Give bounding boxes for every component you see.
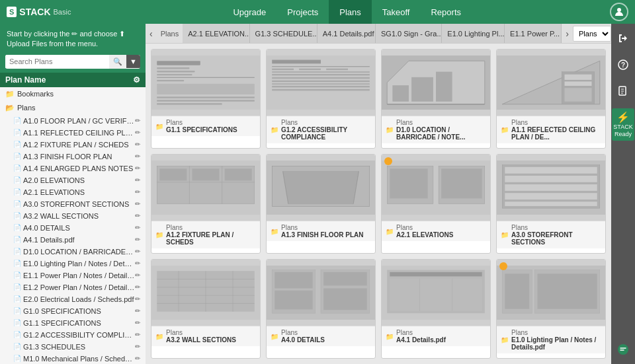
list-item[interactable]: 📄 G1.2 ACCESSIBILITY COMPLIANCE ✏ (0, 329, 146, 341)
chat-icon[interactable] (614, 340, 632, 359)
nav-projects[interactable]: Projects (276, 0, 329, 24)
search-options-button[interactable]: ▼ (126, 55, 140, 68)
plan-folder-9: Plans (281, 329, 325, 336)
list-item[interactable]: 📄 E1.1 Power Plan / Notes / Details.pdf … (0, 270, 146, 281)
edit-icon[interactable]: ✏ (135, 129, 140, 136)
tab-item-4[interactable]: E1.0 Lighting Pl... ✕ (442, 24, 505, 43)
edit-icon[interactable]: ✏ (135, 260, 140, 267)
list-item[interactable]: 📄 A2.1 ELEVATIONS ✏ (0, 186, 146, 198)
nav-takeoff[interactable]: Takeoff (372, 0, 421, 24)
edit-icon[interactable]: ✏ (135, 164, 140, 172)
doc-icon: 📄 (13, 164, 21, 172)
list-item[interactable]: 📄 G1.3 SCHEDULES ✏ (0, 341, 146, 353)
edit-icon[interactable]: ✏ (135, 331, 140, 338)
nav-upgrade[interactable]: Upgrade (222, 0, 276, 24)
edit-icon[interactable]: ✏ (135, 272, 140, 279)
plan-thumbnail-5 (267, 155, 375, 221)
list-item[interactable]: 📄 A1.3 FINISH FLOOR PLAN ✏ (0, 151, 146, 163)
edit-icon[interactable]: ✏ (135, 212, 140, 219)
list-item[interactable]: 📄 A2.0 ELEVATIONS ✏ (0, 174, 146, 186)
list-item[interactable]: 📄 A4.1 Details.pdf ✏ (0, 234, 146, 246)
list-item[interactable]: 📄 G1.1 SPECIFICATIONS ✏ (0, 317, 146, 329)
edit-icon[interactable]: ✏ (135, 283, 140, 291)
edit-icon[interactable]: ✏ (135, 176, 140, 184)
logout-icon[interactable] (614, 29, 632, 48)
edit-icon[interactable]: ✏ (135, 153, 140, 160)
folder-select[interactable]: Plans (573, 26, 611, 42)
plan-name-4: A1.2 FIXTURE PLAN / SCHEDS (166, 231, 256, 246)
list-item[interactable]: 📄 A3.0 STOREFRONT SECTIONS ✏ (0, 198, 146, 210)
list-item[interactable]: 📄 E1.2 Power Plan / Notes / Details.pdf … (0, 281, 146, 293)
main-layout: Start by clicking the ✏ and choose ⬆ Upl… (0, 24, 635, 364)
list-item[interactable]: 📄 E2.0 Electrical Loads / Scheds.pdf ✏ (0, 293, 146, 305)
tab-prev-button[interactable]: ‹ (146, 24, 157, 43)
list-item[interactable]: 📄 A1.4 ENLARGED PLANS NOTES ✏ (0, 163, 146, 174)
search-input[interactable] (5, 55, 109, 68)
plan-card-8[interactable]: 📁 Plans A3.2 WALL SECTIONS (151, 259, 261, 359)
plan-card-4[interactable]: 📁 Plans A1.2 FIXTURE PLAN / SCHEDS (151, 154, 261, 254)
user-avatar[interactable] (610, 3, 628, 21)
stack-ready-button[interactable]: ⚡ STACKReady (612, 108, 634, 141)
edit-icon[interactable]: ✏ (135, 200, 140, 207)
search-button[interactable]: 🔍 (109, 55, 126, 69)
plan-card-2[interactable]: 📁 Plans D1.0 LOCATION / BARRICADE / NOTE… (381, 49, 491, 149)
edit-icon[interactable]: ✏ (135, 248, 140, 255)
list-item[interactable]: 📄 G1.0 SPECIFICATIONS ✏ (0, 305, 146, 317)
document-icon[interactable] (614, 82, 632, 100)
list-item[interactable]: 📄 A1.2 FIXTURE PLAN / SCHEDS ✏ (0, 139, 146, 151)
plan-badge-6 (384, 157, 392, 165)
edit-icon[interactable]: ✏ (135, 188, 140, 196)
edit-icon[interactable]: ✏ (135, 343, 140, 350)
sidebar-plans-section[interactable]: 📂 Plans (0, 101, 146, 115)
plan-card-10[interactable]: 📁 Plans A4.1 Details.pdf (381, 259, 491, 359)
list-item[interactable]: 📄 A3.2 WALL SECTIONS ✏ (0, 210, 146, 222)
item-name: A2.1 ELEVATIONS (23, 188, 135, 196)
sidebar-settings-icon[interactable]: ⚙ (133, 75, 140, 85)
plan-card-9[interactable]: 📁 Plans A4.0 DETAILS (266, 259, 376, 359)
edit-icon[interactable]: ✏ (135, 224, 140, 231)
app-name: STACK (19, 7, 50, 17)
svg-rect-81 (390, 279, 482, 311)
nav-links: Upgrade Projects Plans Takeoff Reports (84, 0, 610, 24)
plan-card-1[interactable]: 📁 Plans G1.2 ACCESSIBILITY COMPLIANCE (266, 49, 376, 149)
item-name: A1.1 REFLECTED CEILING PLAN / DE... (23, 129, 135, 137)
tab-item-2[interactable]: A4.1 Details.pdf ✕ (318, 24, 376, 43)
nav-plans[interactable]: Plans (329, 0, 372, 24)
tab-item-3[interactable]: SG1.0 Sign - Gra... ✕ (376, 24, 442, 43)
edit-icon[interactable]: ✏ (135, 117, 140, 124)
svg-rect-22 (272, 84, 370, 85)
plan-info-5: 📁 Plans A1.3 FINISH FLOOR PLAN (267, 221, 375, 241)
edit-icon[interactable]: ✏ (135, 141, 140, 148)
item-name: G1.2 ACCESSIBILITY COMPLIANCE (23, 331, 135, 339)
edit-icon[interactable]: ✏ (135, 307, 140, 314)
plan-card-11[interactable]: 📁 Plans E1.0 Lighting Plan / Notes / Det… (496, 259, 606, 359)
list-item[interactable]: 📄 A1.1 REFLECTED CEILING PLAN / DE... ✏ (0, 127, 146, 139)
plan-card-3[interactable]: 📁 Plans A1.1 REFLECTED CEILING PLAN / DE… (496, 49, 606, 149)
tab-item-5[interactable]: E1.1 Power P... ✕ (505, 24, 562, 43)
right-panel: ? ⚡ STACKReady (611, 24, 635, 364)
plan-card-5[interactable]: 📁 Plans A1.3 FINISH FLOOR PLAN (266, 154, 376, 254)
list-item[interactable]: 📄 M1.0 Mechanical Plans / Scheds.pdf ✏ (0, 353, 146, 364)
tab-next-button[interactable]: › (562, 24, 573, 43)
list-item[interactable]: 📄 A1.0 FLOOR PLAN / GC VERIFIC. NOT... ✏ (0, 115, 146, 127)
svg-rect-29 (436, 72, 452, 102)
nav-reports[interactable]: Reports (420, 0, 472, 24)
plan-card-0[interactable]: 📁 Plans G1.1 SPECIFICATIONS (151, 49, 261, 149)
svg-point-95 (618, 344, 628, 355)
edit-icon[interactable]: ✏ (135, 236, 140, 243)
plan-name-11: E1.0 Lighting Plan / Notes / Details.pdf (511, 336, 601, 351)
edit-icon[interactable]: ✏ (135, 295, 140, 303)
list-item[interactable]: 📄 A4.0 DETAILS ✏ (0, 222, 146, 234)
plan-card-7[interactable]: 📁 Plans A3.0 STOREFRONT SECTIONS (496, 154, 606, 254)
doc-icon: 📄 (13, 117, 21, 124)
plan-card-6[interactable]: 📁 Plans A2.1 ELEVATIONS (381, 154, 491, 254)
tab-item-0[interactable]: A2.1 ELEVATION... ✕ (183, 24, 249, 43)
edit-icon[interactable]: ✏ (135, 319, 140, 326)
help-icon[interactable]: ? (614, 55, 632, 74)
edit-icon[interactable]: ✏ (135, 355, 140, 362)
list-item[interactable]: 📄 E1.0 Lighting Plan / Notes / Details.p… (0, 258, 146, 270)
list-item[interactable]: 📄 D1.0 LOCATION / BARRICADE / NOTE... ✏ (0, 246, 146, 258)
tab-item-1[interactable]: G1.3 SCHEDULE... ✕ (250, 24, 318, 43)
sidebar-bookmarks-section[interactable]: 📁 Bookmarks (0, 87, 146, 101)
plan-name-3: A1.1 REFLECTED CEILING PLAN / DE... (511, 126, 601, 141)
